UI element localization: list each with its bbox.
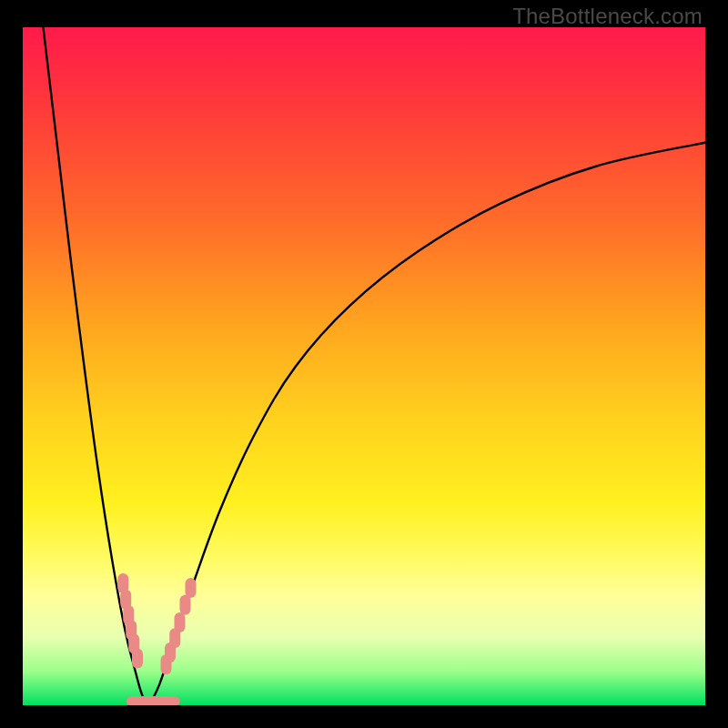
marker — [162, 696, 180, 705]
plot-area — [23, 27, 705, 705]
marker — [132, 649, 143, 669]
chart-svg — [23, 27, 705, 705]
marker — [175, 612, 186, 632]
series-right-branch — [149, 143, 705, 705]
watermark-text: TheBottleneck.com — [512, 4, 703, 29]
marker — [180, 595, 191, 615]
series-left-branch — [44, 27, 149, 705]
marker — [186, 578, 197, 598]
outer-frame: TheBottleneck.com — [0, 0, 728, 728]
